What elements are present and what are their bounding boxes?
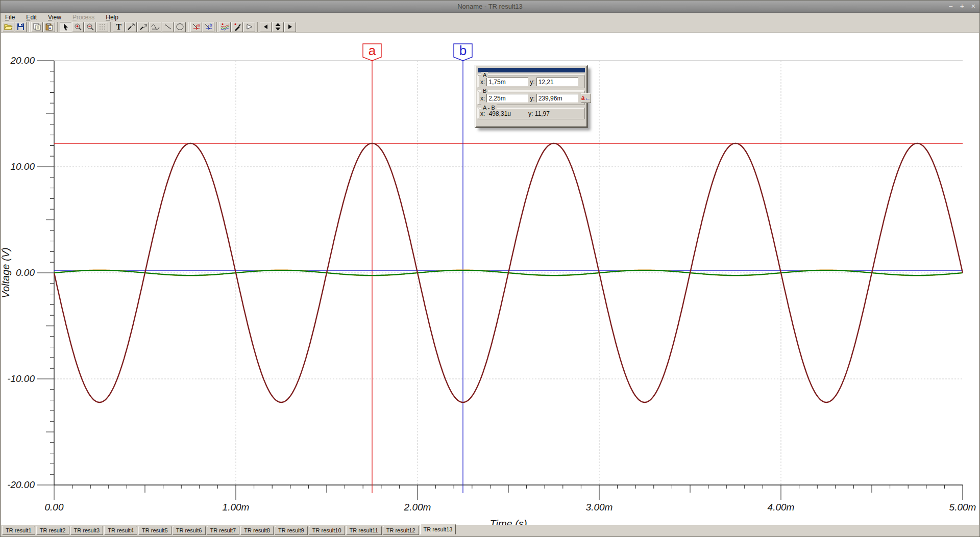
y-tick-label: 10.00 — [10, 161, 35, 172]
minimize-button[interactable]: − — [948, 2, 952, 10]
pointer-icon[interactable] — [60, 22, 71, 32]
y-tick-label: 20.00 — [10, 55, 35, 66]
tab-tr-result5[interactable]: TR result5 — [138, 526, 172, 535]
copy-icon[interactable] — [31, 22, 43, 32]
grid-icon[interactable] — [96, 22, 108, 32]
cursor-group-a-b: A - Bx: -498,31uy: 11,97 — [478, 108, 585, 119]
svg-text:b: b — [209, 23, 212, 28]
tab-tr-result1[interactable]: TR result1 — [2, 526, 35, 535]
delta-y: y: 11,97 — [528, 110, 550, 117]
field-label: y: — [530, 79, 534, 86]
x-tick-label: 3.00m — [586, 502, 613, 513]
menu-item-view[interactable]: View — [48, 14, 61, 21]
y-axis-title: Voltage (V) — [1, 247, 11, 298]
tab-tr-result6[interactable]: TR result6 — [173, 526, 206, 535]
toolbar-separator — [57, 22, 58, 32]
cursor-a-icon[interactable]: a — [190, 22, 202, 32]
toolbar-separator — [216, 22, 217, 32]
tab-tr-result11[interactable]: TR result11 — [346, 526, 382, 535]
svg-text:a: a — [197, 23, 200, 28]
result-tab-bar: TR result1TR result2TR result3TR result4… — [1, 525, 979, 536]
tab-tr-result10[interactable]: TR result10 — [309, 526, 345, 535]
field-label: x: — [480, 95, 485, 102]
tab-tr-result7[interactable]: TR result7 — [207, 526, 240, 535]
line-tool-icon[interactable] — [162, 22, 174, 32]
x-tick-label: 2.00m — [404, 502, 431, 513]
jump-to-a-button[interactable]: a← — [581, 93, 591, 103]
tab-tr-result12[interactable]: TR result12 — [383, 526, 419, 535]
y-tick-label: -20.00 — [7, 479, 35, 490]
ellipse-tool-icon[interactable] — [174, 22, 186, 32]
zoom-out-icon[interactable] — [84, 22, 96, 32]
cursor-b-y-input[interactable] — [536, 94, 578, 103]
save-icon[interactable] — [15, 22, 27, 32]
close-button[interactable]: × — [971, 2, 975, 10]
tab-tr-result3[interactable]: TR result3 — [70, 526, 104, 535]
nav-right-icon[interactable] — [284, 22, 296, 32]
toolbar-separator — [29, 22, 30, 32]
menu-item-process: Process — [72, 14, 94, 21]
tab-tr-result9[interactable]: TR result9 — [275, 526, 308, 535]
plot-canvas: 20.0010.000.00-10.00-20.000.001.00m2.00m… — [1, 33, 979, 525]
menu-item-file[interactable]: File — [5, 14, 15, 21]
annotate-curve-arrow-icon[interactable] — [137, 22, 149, 32]
toolbar-separator — [257, 22, 258, 32]
x-tick-label: 1.00m — [223, 502, 250, 513]
toolbar-separator — [110, 22, 111, 32]
annotate-arrow-icon[interactable] — [125, 22, 137, 32]
nav-spinner-icon[interactable] — [272, 22, 284, 32]
paste-icon[interactable] — [43, 22, 55, 32]
cursor-group-label: A - B — [481, 105, 497, 111]
cursor-a-flag-label: a — [369, 43, 376, 58]
maximize-button[interactable]: + — [960, 2, 964, 10]
tab-tr-result4[interactable]: TR result4 — [104, 526, 137, 535]
window-title: Noname - TR result13 — [1, 3, 979, 10]
tab-tr-result13[interactable]: TR result13 — [420, 524, 456, 534]
add-curves-icon[interactable] — [219, 22, 231, 32]
menu-item-help[interactable]: Help — [106, 14, 118, 21]
cursor-group-a: Ax:y: — [478, 75, 585, 88]
flag-tool-icon[interactable] — [243, 22, 255, 32]
app-window: Noname - TR result13 − + × FileEditViewP… — [0, 0, 980, 537]
cursor-a-x-input[interactable] — [486, 78, 528, 86]
toolbar-separator — [188, 22, 189, 32]
field-label: y: — [530, 95, 534, 102]
cursor-group-b: Bx:y:a← — [478, 91, 585, 105]
cursor-b-icon[interactable]: b — [203, 22, 214, 32]
y-tick-label: 0.00 — [16, 267, 35, 278]
text-icon[interactable]: T — [113, 22, 125, 32]
cursor-group-label: B — [481, 88, 488, 94]
nav-left-icon[interactable] — [260, 22, 272, 32]
delta-x: x: -498,31u — [480, 110, 511, 117]
tab-tr-result2[interactable]: TR result2 — [36, 526, 69, 535]
toolbar: Tab — [1, 21, 979, 33]
tab-tr-result8[interactable]: TR result8 — [240, 526, 274, 535]
field-label: x: — [480, 79, 485, 86]
wave-tool-icon[interactable] — [150, 22, 161, 32]
y-tick-label: -10.00 — [7, 373, 35, 384]
menu-item-edit[interactable]: Edit — [26, 14, 37, 21]
zoom-in-icon[interactable] — [72, 22, 84, 32]
x-tick-label: 4.00m — [768, 502, 795, 513]
cursor-panel-drag-bar[interactable] — [478, 68, 585, 72]
x-tick-label: 5.00m — [949, 502, 976, 513]
title-bar[interactable]: Noname - TR result13 − + × — [1, 1, 979, 13]
cursor-a-y-input[interactable] — [536, 78, 578, 86]
x-tick-label: 0.00 — [45, 502, 64, 513]
cursor-b-x-input[interactable] — [486, 94, 528, 103]
add-pen-icon[interactable] — [231, 22, 243, 32]
cursor-group-label: A — [481, 72, 488, 78]
svg-text:T: T — [116, 23, 121, 31]
menu-bar: FileEditViewProcessHelp — [1, 13, 979, 21]
cursor-b-flag-label: b — [459, 43, 467, 58]
cursor-readout-panel[interactable]: Ax:y:Bx:y:a←A - Bx: -498,31uy: 11,97 — [475, 65, 587, 127]
open-icon[interactable] — [3, 22, 14, 32]
